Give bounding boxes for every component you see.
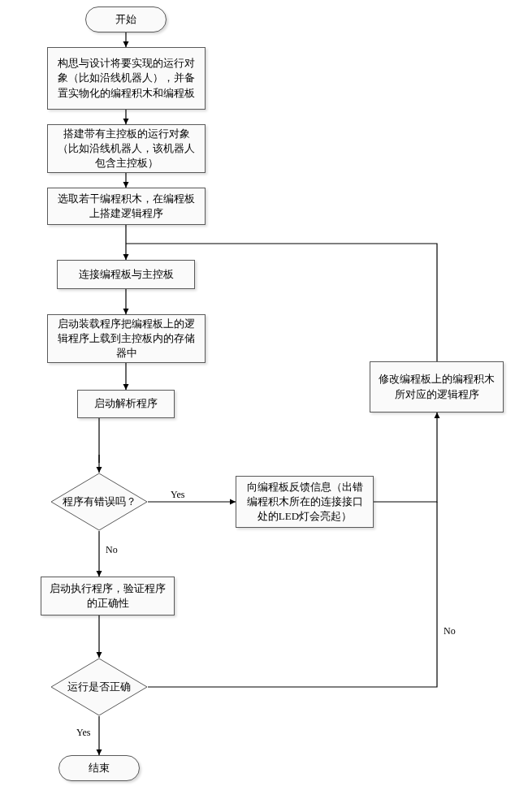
process-design-label: 构思与设计将要实现的运行对象（比如沿线机器人），并备置实物化的编程积木和编程板 <box>56 56 197 101</box>
terminator-end-label: 结束 <box>89 761 110 775</box>
process-connect-boards: 连接编程板与主控板 <box>57 260 195 289</box>
process-feedback: 向编程板反馈信息（出错编程积木所在的连接接口处的LED灯会亮起） <box>236 476 374 528</box>
flowchart-canvas: 开始 构思与设计将要实现的运行对象（比如沿线机器人），并备置实物化的编程积木和编… <box>0 0 515 812</box>
decision-has-error-label: 程序有错误吗？ <box>50 495 148 508</box>
terminator-start-label: 开始 <box>115 12 136 27</box>
process-modify: 修改编程板上的编程积木所对应的逻辑程序 <box>370 361 504 412</box>
process-connect-boards-label: 连接编程板与主控板 <box>79 267 174 282</box>
edge-label-dec1-yes: Yes <box>171 489 184 501</box>
process-build-robot: 搭建带有主控板的运行对象（比如沿线机器人，该机器人包含主控板） <box>47 124 206 173</box>
process-start-exec-label: 启动执行程序，验证程序的正确性 <box>50 581 166 611</box>
decision-has-error: 程序有错误吗？ <box>50 473 148 531</box>
terminator-end: 结束 <box>58 755 140 781</box>
process-modify-label: 修改编程板上的编程积木所对应的逻辑程序 <box>379 372 495 401</box>
edge-label-dec2-yes: Yes <box>76 727 90 739</box>
process-feedback-label: 向编程板反馈信息（出错编程积木所在的连接接口处的LED灯会亮起） <box>245 480 365 525</box>
process-build-robot-label: 搭建带有主控板的运行对象（比如沿线机器人，该机器人包含主控板） <box>56 127 197 171</box>
edge-label-dec2-no: No <box>444 625 456 637</box>
process-start-exec: 启动执行程序，验证程序的正确性 <box>41 577 175 615</box>
process-start-parser: 启动解析程序 <box>77 390 175 418</box>
terminator-start: 开始 <box>85 6 167 32</box>
process-start-parser-label: 启动解析程序 <box>94 396 158 411</box>
process-design: 构思与设计将要实现的运行对象（比如沿线机器人），并备置实物化的编程积木和编程板 <box>47 47 206 110</box>
decision-runs-ok: 运行是否正确 <box>50 658 148 716</box>
process-select-blocks-label: 选取若干编程积木，在编程板上搭建逻辑程序 <box>56 192 197 221</box>
process-select-blocks: 选取若干编程积木，在编程板上搭建逻辑程序 <box>47 188 206 225</box>
decision-runs-ok-label: 运行是否正确 <box>50 680 148 693</box>
process-load-program-label: 启动装载程序把编程板上的逻辑程序上载到主控板内的存储器中 <box>56 317 197 361</box>
process-load-program: 启动装载程序把编程板上的逻辑程序上载到主控板内的存储器中 <box>47 314 206 363</box>
edge-label-dec1-no: No <box>106 544 118 556</box>
